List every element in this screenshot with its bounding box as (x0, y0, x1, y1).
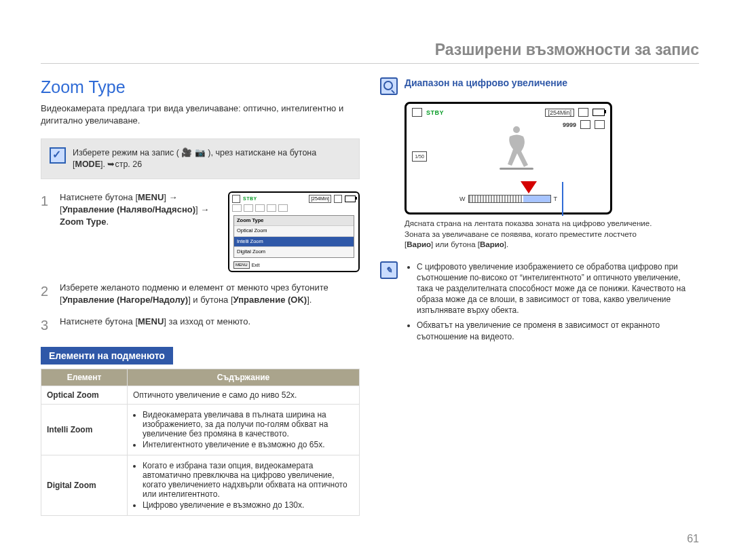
sd-icon (595, 120, 605, 129)
intro-paragraph: Видеокамерата предлага три вида увеличав… (41, 102, 360, 126)
mode-callout: Изберете режим на запис ( 🎥 📷 ), чрез на… (41, 138, 360, 179)
menu-item-digital: Digital Zoom (234, 246, 354, 257)
exit-label: Exit (252, 262, 260, 269)
header-title: Разширени възможности за запис (435, 41, 699, 58)
section-title: Zoom Type (41, 77, 360, 97)
table-row: Intelli Zoom Видеокамерата увеличава в п… (41, 405, 360, 455)
mode-icon (412, 108, 422, 117)
stby-label: STBY (243, 195, 257, 202)
col-content: Съдържание (128, 369, 360, 386)
stby-label: STBY (426, 109, 444, 116)
info-chip (244, 204, 253, 212)
submenu-table: Елемент Съдържание Optical Zoom Оптичнот… (41, 369, 360, 516)
table-row: Optical Zoom Оптичното увеличение е само… (41, 386, 360, 405)
battery-icon (345, 195, 356, 202)
feature-title: Диапазон на цифрово увеличение (405, 77, 567, 88)
storage-icon (334, 195, 342, 203)
callout-line (562, 182, 563, 216)
step-3: Натиснете бутона [MENU] за изход от меню… (60, 316, 360, 335)
menu-item-optical: Optical Zoom (234, 225, 354, 236)
zoom-wide-label: W (459, 195, 466, 202)
magnifier-icon (380, 77, 398, 95)
zoom-preview: STBY [254Min] 9999 1/50 (405, 102, 612, 214)
steps-list: 1 Натиснете бутона [MENU] → [Управление … (41, 191, 360, 335)
callout-text: Изберете режим на запис ( 🎥 📷 ), чрез на… (73, 147, 351, 170)
resolution-icon (580, 120, 590, 129)
step-number: 1 (41, 191, 53, 272)
mode-icon (232, 195, 240, 203)
video-mode-icon: 🎥 (181, 148, 192, 157)
info-chip (267, 204, 276, 212)
page-number: 61 (687, 533, 699, 545)
shots-remaining: 9999 (563, 122, 576, 128)
note-item: Обхватът на увеличение се променя в зави… (417, 320, 699, 341)
step-1: Натиснете бутона [MENU] → [Управление (Н… (60, 191, 221, 272)
step-number: 2 (41, 282, 53, 306)
svg-rect-0 (500, 168, 533, 170)
page-header: Разширени възможности за запис (41, 41, 699, 64)
remaining-time: [254Min] (545, 109, 574, 117)
info-chip (255, 204, 265, 212)
checkmark-icon (50, 147, 66, 164)
info-chip (278, 204, 288, 212)
aspect-badge: 1/50 (412, 151, 427, 162)
step-2: Изберете желаното подменю и елемент от м… (60, 282, 360, 306)
table-row: Digital Zoom Когато е избрана тази опция… (41, 455, 360, 516)
note-icon: ✎ (380, 261, 398, 279)
notes-block: ✎ С цифровото увеличение изображението с… (380, 261, 699, 346)
remaining-time: [254Min] (309, 195, 331, 203)
submenu-header: Елементи на подменюто (41, 347, 173, 365)
zoom-marker-icon (521, 181, 537, 193)
preview-caption: Дясната страна на лентата показва зоната… (405, 219, 662, 250)
zoom-bar: W T (459, 195, 557, 203)
step-number: 3 (41, 316, 53, 335)
storage-icon (578, 108, 588, 117)
zoom-tele-label: T (554, 195, 558, 202)
photo-mode-icon: 📷 (195, 148, 206, 157)
note-item: С цифровото увеличение изображението се … (417, 261, 699, 316)
menu-preview: STBY [254Min] Z (228, 191, 360, 272)
battery-icon (593, 109, 605, 116)
menu-title: Zoom Type (234, 216, 354, 226)
menu-box: Zoom Type Optical Zoom Intelli Zoom Digi… (233, 215, 354, 258)
menu-button-icon: MENU (233, 261, 250, 268)
right-column: Диапазон на цифрово увеличение STBY [254… (380, 77, 699, 516)
info-chip (232, 204, 242, 212)
skater-silhouette (496, 124, 537, 172)
menu-item-intelli: Intelli Zoom (234, 236, 354, 247)
col-item: Елемент (41, 369, 128, 386)
left-column: Zoom Type Видеокамерата предлага три вид… (41, 77, 360, 516)
